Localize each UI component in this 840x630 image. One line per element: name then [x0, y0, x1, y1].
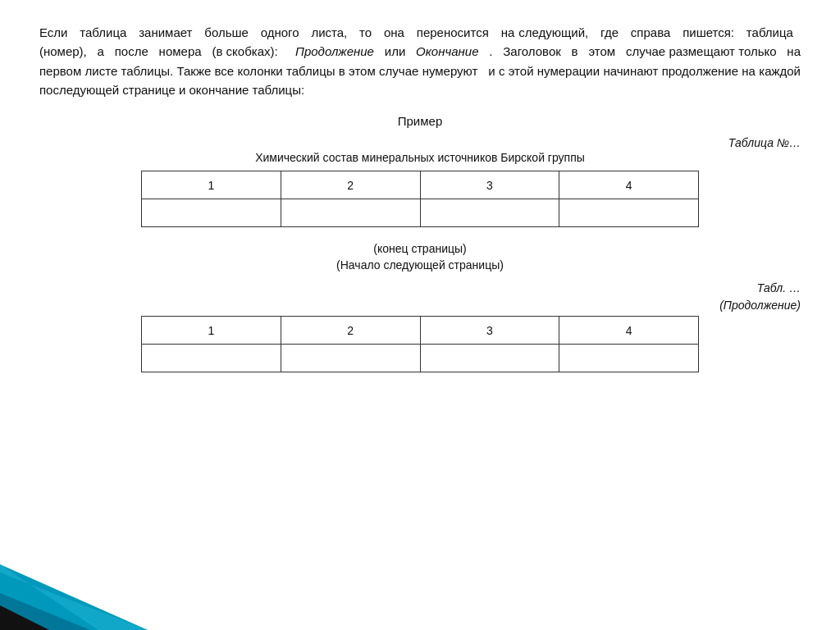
corner-decoration [0, 515, 180, 630]
table-cell [559, 345, 699, 372]
table-cell [420, 199, 559, 227]
table-cell [281, 345, 420, 372]
table-row: 1 2 3 4 [142, 317, 699, 345]
table-2: 1 2 3 4 [141, 316, 699, 372]
table-row [142, 199, 699, 227]
main-paragraph: Если таблица занимает больше одного лист… [39, 23, 801, 99]
table-row: 1 2 3 4 [142, 171, 699, 199]
table-label-1: Таблица №… [39, 136, 801, 149]
table-label-2: Табл. … (Продолжение) [39, 280, 801, 314]
table-cell [142, 199, 281, 227]
table-cell: 1 [142, 171, 281, 199]
page-end-note: (конец страницы) [39, 242, 801, 255]
table-label-2-line1: Табл. … [757, 281, 801, 294]
table-cell: 3 [420, 317, 559, 345]
table-cell: 2 [281, 171, 420, 199]
table-cell: 4 [559, 317, 699, 345]
table-cell: 3 [420, 171, 559, 199]
table-cell [559, 199, 699, 227]
table-1: 1 2 3 4 [141, 171, 699, 227]
page-content: Если таблица занимает больше одного лист… [0, 0, 840, 404]
table-cell: 4 [559, 171, 699, 199]
table-caption: Химический состав минеральных источников… [39, 151, 801, 164]
table-row [142, 345, 699, 372]
table-cell: 2 [281, 317, 420, 345]
section-title: Пример [39, 114, 801, 128]
table-cell [142, 345, 281, 372]
table-cell [420, 345, 559, 372]
table-cell: 1 [142, 317, 281, 345]
table-cell [281, 199, 420, 227]
table-label-2-line2: (Продолжение) [719, 299, 801, 312]
page-start-note: (Начало следующей страницы) [39, 258, 801, 272]
